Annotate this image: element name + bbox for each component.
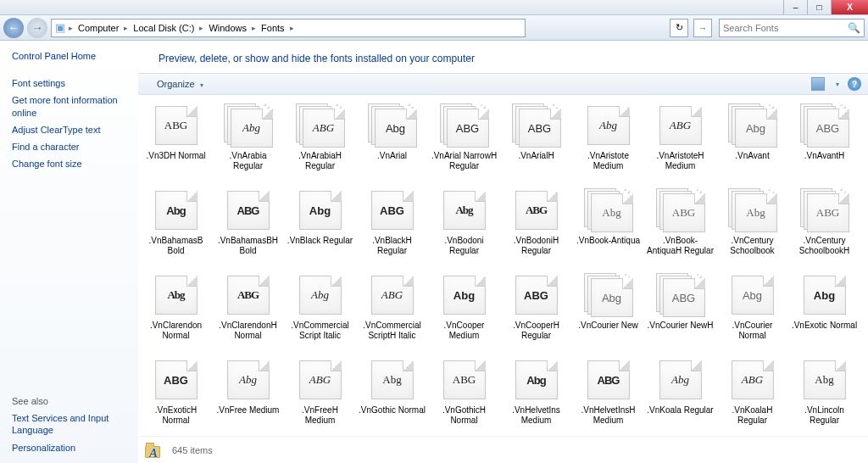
font-name-label: .VnFreeH Medium	[287, 405, 354, 425]
font-thumbnail: ABG	[512, 273, 561, 317]
font-item[interactable]: ABG.VnExoticH Normal	[140, 358, 212, 436]
font-thumbnail: Abg	[368, 103, 417, 148]
font-thumbnail: ABG	[800, 188, 849, 232]
breadcrumb-item[interactable]: Fonts	[259, 23, 287, 33]
help-button[interactable]: ?	[848, 77, 861, 91]
window-titlebar: – □ X	[0, 0, 868, 15]
font-item[interactable]: Abg.VnCooper Medium	[428, 273, 500, 358]
sidebar-link-personalization[interactable]: Personalization	[12, 439, 131, 456]
control-panel-home[interactable]: Control Panel Home	[12, 51, 131, 66]
font-thumbnail: Abg	[584, 188, 633, 232]
font-sample: Abg	[375, 109, 417, 148]
see-also-label: See also	[12, 176, 131, 410]
font-name-label: .VnArabiaH Regular	[287, 151, 354, 170]
search-input[interactable]: Search Fonts 🔍	[719, 19, 865, 37]
font-item[interactable]: Abg.VnAvant	[716, 103, 788, 188]
font-thumbnail: Abg	[440, 273, 489, 317]
font-sample: ABG	[515, 191, 558, 230]
font-name-label: .VnCourier New	[578, 321, 638, 331]
forward-button[interactable]: →	[27, 18, 47, 38]
font-sample: Abg	[732, 276, 774, 315]
font-thumbnail: ABG	[800, 103, 849, 148]
font-item[interactable]: Abg.VnHelvetIns Medium	[500, 358, 572, 436]
chevron-down-icon: ▾	[200, 81, 203, 89]
font-item[interactable]: ABG.VnCooperH Regular	[500, 273, 572, 358]
font-item[interactable]: ABG.VnArial NarrowH Regular	[428, 103, 500, 188]
sidebar-link-cleartype[interactable]: Adjust ClearType text	[12, 121, 131, 138]
font-item[interactable]: ABG.Vn3DH Normal	[140, 103, 212, 188]
font-item[interactable]: ABG.VnCommercial ScriptH Italic	[356, 273, 428, 358]
font-item[interactable]: ABG.VnBodoniH Regular	[500, 188, 572, 273]
font-item[interactable]: ABG.VnAristoteH Medium	[644, 103, 716, 188]
breadcrumb-sep: ▸	[196, 24, 207, 32]
font-item[interactable]: Abg.VnCommercial Script Italic	[284, 273, 356, 358]
organize-button[interactable]: Organize ▾	[157, 79, 203, 89]
font-item[interactable]: Abg.VnArabia Regular	[212, 103, 284, 188]
content-area: Preview, delete, or show and hide the fo…	[138, 41, 868, 463]
font-item[interactable]: ABG.VnKoalaH Regular	[716, 358, 788, 436]
font-sample: Abg	[299, 276, 342, 315]
font-thumbnail: ABG	[440, 358, 489, 402]
font-item[interactable]: Abg.VnBahamasB Bold	[140, 188, 212, 273]
sidebar-link-font-settings[interactable]: Font settings	[12, 75, 131, 92]
font-item[interactable]: Abg.VnFree Medium	[212, 358, 284, 436]
font-item[interactable]: ABG.VnClarendonH Normal	[212, 273, 284, 358]
breadcrumb-item[interactable]: Local Disk (C:)	[131, 23, 196, 33]
chevron-down-icon[interactable]: ▾	[836, 81, 839, 88]
font-item[interactable]: Abg.VnBlack Regular	[284, 188, 356, 273]
font-thumbnail: ABG	[728, 358, 777, 402]
maximize-button[interactable]: □	[807, 0, 831, 14]
font-item[interactable]: Abg.VnArial	[356, 103, 428, 188]
view-button[interactable]	[811, 77, 825, 91]
font-sample: Abg	[659, 360, 702, 399]
sidebar-link-find-char[interactable]: Find a character	[12, 138, 131, 155]
font-sample: Abg	[155, 276, 198, 315]
font-item[interactable]: ABG.VnBook-AntiquaH Regular	[644, 188, 716, 273]
sidebar-link-text-services[interactable]: Text Services and Input Language	[12, 410, 131, 439]
font-sample: ABG	[299, 360, 342, 399]
font-item[interactable]: ABG.VnGothicH Normal	[428, 358, 500, 436]
font-thumbnail: ABG	[512, 188, 561, 232]
font-item[interactable]: Abg.VnBodoni Regular	[428, 188, 500, 273]
breadcrumb-item[interactable]: Computer	[76, 23, 120, 33]
font-thumbnail: Abg	[800, 273, 849, 317]
font-item[interactable]: ABG.VnCourier NewH	[644, 273, 716, 358]
font-thumbnail: ABG	[152, 103, 201, 148]
font-sample: ABG	[443, 360, 486, 399]
font-item[interactable]: Abg.VnKoala Regular	[644, 358, 716, 436]
breadcrumb[interactable]: ▣ ▸ Computer ▸ Local Disk (C:) ▸ Windows…	[51, 19, 526, 37]
breadcrumb-item[interactable]: Windows	[207, 23, 248, 33]
organize-label: Organize	[157, 79, 195, 89]
font-item[interactable]: ABG.VnCentury SchoolbookH	[788, 188, 860, 273]
font-item[interactable]: Abg.VnBook-Antiqua	[572, 188, 644, 273]
font-thumbnail: Abg	[368, 358, 417, 402]
font-item[interactable]: ABG.VnArialH	[500, 103, 572, 188]
search-icon[interactable]: 🔍	[848, 22, 860, 34]
font-item[interactable]: ABG.VnHelvetInsH Medium	[572, 358, 644, 436]
font-item[interactable]: Abg.VnCourier New	[572, 273, 644, 358]
font-item[interactable]: Abg.VnClarendon Normal	[140, 273, 212, 358]
close-button[interactable]: X	[831, 0, 868, 14]
font-item[interactable]: ABG.VnAvantH	[788, 103, 860, 188]
font-sample: ABG	[303, 109, 345, 148]
font-item[interactable]: Abg.VnLincoln Regular	[788, 358, 860, 436]
navigation-bar: ← → ▣ ▸ Computer ▸ Local Disk (C:) ▸ Win…	[0, 15, 868, 41]
font-sample: ABG	[807, 193, 849, 232]
font-item[interactable]: Abg.VnAristote Medium	[572, 103, 644, 188]
font-item[interactable]: Abg.VnCourier Normal	[716, 273, 788, 358]
go-button[interactable]: →	[693, 19, 712, 37]
font-item[interactable]: ABG.VnBlackH Regular	[356, 188, 428, 273]
back-button[interactable]: ←	[3, 18, 24, 38]
refresh-button[interactable]: ↻	[670, 19, 688, 37]
minimize-button[interactable]: –	[783, 0, 807, 14]
font-item[interactable]: ABG.VnArabiaH Regular	[284, 103, 356, 188]
font-name-label: .VnCourier Normal	[719, 321, 787, 340]
font-item[interactable]: Abg.VnExotic Normal	[788, 273, 860, 358]
sidebar-link-change-size[interactable]: Change font size	[12, 155, 131, 172]
font-item[interactable]: ABG.VnBahamasBH Bold	[212, 188, 284, 273]
font-item[interactable]: Abg.VnCentury Schoolbook	[716, 188, 788, 273]
font-item[interactable]: ABG.VnFreeH Medium	[284, 358, 356, 436]
sidebar-link-more-info[interactable]: Get more font information online	[12, 92, 131, 121]
font-sample: ABG	[732, 360, 774, 399]
font-item[interactable]: Abg.VnGothic Normal	[356, 358, 428, 436]
